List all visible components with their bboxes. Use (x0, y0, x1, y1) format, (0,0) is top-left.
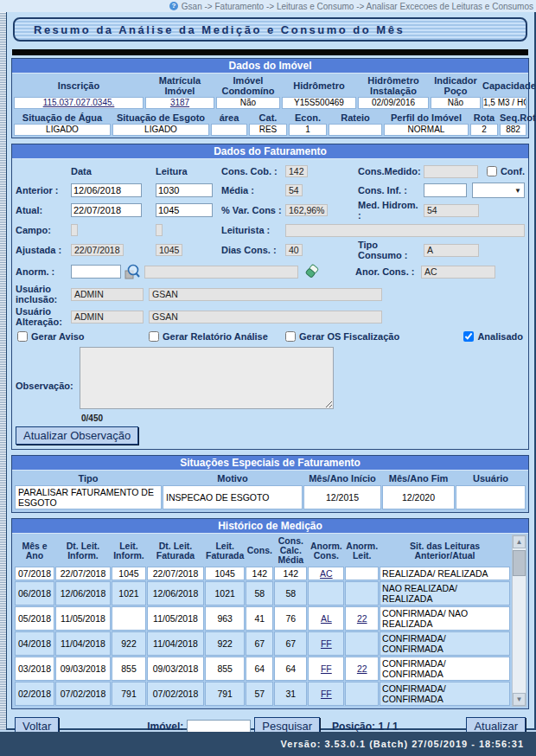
table-row: 03/201809/03/201885509/03/20188556464FF2… (15, 657, 510, 681)
version-text: Versão: 3.53.0.1 (Batch) 27/05/2019 - 18… (281, 739, 524, 749)
med-hidrom-label: Med. Hidrom. : (358, 200, 424, 221)
atual-leitura-input[interactable] (156, 203, 213, 217)
anorm-cons-link[interactable]: FF (321, 638, 332, 649)
anterior-leitura-input[interactable] (156, 183, 213, 197)
faturamento-header-row: Data Leitura Cons. Cob. : 142 Cons.Medid… (12, 162, 528, 181)
anorm-leit-link[interactable]: 22 (357, 613, 367, 624)
anorm-cons-link[interactable]: FF (321, 689, 332, 699)
inicio-value: 12/2015 (303, 485, 381, 509)
breadcrumb: ? Gsan -> Faturamento -> Leituras e Cons… (0, 0, 536, 12)
char-counter: 0/450 (81, 413, 334, 423)
col-motivo: Motivo (163, 472, 303, 484)
analisado-checkbox[interactable] (463, 331, 474, 342)
rateio-value (329, 124, 382, 136)
col-capacidade: Capacidade (482, 80, 536, 91)
page-frame: Resumo da Análise da Medição e Consumo d… (0, 12, 536, 730)
left-stripe-decoration (0, 12, 7, 730)
table-row: 02/201807/02/201879107/02/20187915731FFC… (15, 682, 510, 706)
col-leit-faturada: Leit. Faturada (205, 535, 245, 566)
col-matricula: Matrícula Imóvel (145, 75, 214, 96)
var-cons-value: 162,96% (285, 204, 328, 216)
inscricao-link[interactable]: 115.037.027.0345. (43, 98, 115, 107)
section-historico-title: Histórico de Medição (12, 519, 528, 534)
historico-table-wrap: Mês e Ano Dt. Leit. Inform. Leit. Inform… (12, 534, 528, 708)
gerar-aviso-checkbox[interactable] (17, 331, 28, 342)
anorm-input[interactable] (71, 265, 121, 279)
situacoes-header-row: Tipo Motivo Mês/Ano Início Mês/Ano Fim U… (15, 472, 526, 484)
cons-inf-label: Cons. Inf. : (358, 185, 424, 195)
fim-value: 12/2020 (382, 485, 455, 509)
hidrometro-instalacao-value: 02/09/2016 (358, 97, 429, 109)
dias-cons-label: Dias Cons. : (221, 245, 285, 255)
scroll-up-icon[interactable]: ▲ (513, 535, 526, 548)
gerar-os-fiscalizacao-checkbox[interactable] (285, 331, 296, 342)
anorm-cons-link[interactable]: AL (321, 613, 332, 624)
anorm-leit-link[interactable]: 22 (357, 663, 367, 674)
usuario-inclusao-user: ADMIN (71, 288, 144, 301)
page-title: Resumo da Análise da Medição e Consumo d… (13, 17, 527, 42)
col-cons: Cons. (246, 535, 273, 566)
dias-cons-value: 40 (285, 244, 303, 256)
atualizar-observacao-button[interactable]: Atualizar Observação (16, 426, 138, 445)
anorm-cons-link[interactable]: AC (320, 568, 333, 579)
matricula-link[interactable]: 3187 (170, 98, 189, 107)
col-mes-ano-inicio: Mês/Ano Início (303, 472, 381, 484)
gerar-relatorio-analise-label: Gerar Relatório Análise (163, 331, 268, 342)
imovel-value-row-1: 115.037.027.0345. 3187 Não Y15S500469 02… (12, 97, 528, 111)
col-situacao-esgoto: Situação de Esgoto (112, 112, 209, 123)
checkbox-row: Gerar Aviso Gerar Relatório Análise Gera… (12, 328, 528, 343)
anorm-cons-link[interactable]: FF (321, 663, 332, 674)
col-rateio: Rateio (329, 112, 382, 123)
cons-inf-input[interactable] (424, 183, 467, 197)
observacao-label: Observação: (16, 381, 80, 391)
situacao-agua-value: LIGADO (14, 124, 111, 136)
campo-leitura-value (156, 224, 163, 236)
scrollbar[interactable]: ▲ ▼ (512, 535, 526, 707)
anterior-row: Anterior : Média : 54 Cons. Inf. : ▼ (12, 181, 528, 200)
col-hidrometro: Hidrômetro (282, 80, 356, 91)
cons-inf-select[interactable]: ▼ (472, 183, 525, 198)
section-situacoes-title: Situações Especiais de Faturamento (12, 456, 528, 471)
situacao-esgoto-value: LIGADO (112, 124, 209, 136)
indicador-poco-value: Não (431, 97, 481, 109)
gerar-relatorio-analise-checkbox[interactable] (149, 331, 159, 342)
table-row: PARALISAR FATURAMENTO DE ESGOTO INSPECAO… (15, 485, 526, 509)
atual-date-input[interactable] (71, 203, 142, 217)
col-usuario: Usuário (456, 472, 526, 484)
ajustada-leitura-value: 1045 (156, 244, 182, 256)
capacidade-value: 1,5 M3 / HORA (482, 97, 526, 109)
ajustada-label: Ajustada : (16, 245, 71, 255)
section-dados-faturamento-title: Dados do Faturamento (12, 144, 528, 159)
hidrometro-value: Y15S500469 (282, 97, 356, 109)
anorm-descricao-value (144, 266, 298, 279)
imovel-value-row-2: LIGADO LIGADO RES 1 NORMAL 2 882 (12, 124, 528, 138)
col-area: área (211, 112, 247, 123)
help-icon[interactable]: ? (169, 2, 178, 10)
posicao-indicator: Posição: 1 / 1 (332, 721, 399, 733)
chevron-down-icon: ▼ (514, 187, 521, 195)
ajustada-row: Ajustada : 22/07/2018 1045 Dias Cons. : … (12, 240, 528, 260)
col-leitura-label: Leitura (156, 166, 221, 176)
historico-table: Mês e Ano Dt. Leit. Inform. Leit. Inform… (14, 535, 511, 707)
leiturista-value (285, 224, 525, 237)
col-econ: Econ. (289, 112, 327, 123)
imovel-condominio-value: Não (216, 97, 280, 109)
usuario-inclusao-row: Usuário inclusão: ADMIN GSAN (12, 283, 528, 305)
leiturista-label: Leiturista : (221, 225, 285, 235)
eraser-icon[interactable] (303, 263, 321, 280)
observacao-textarea[interactable] (80, 347, 334, 409)
scroll-thumb[interactable] (513, 550, 526, 576)
analisado-label: Analisado (477, 331, 523, 342)
search-icon[interactable] (124, 263, 141, 280)
tipo-value: PARALISAR FATURAMENTO DE ESGOTO (15, 485, 162, 509)
conf-checkbox[interactable] (487, 166, 497, 176)
media-value: 54 (285, 184, 303, 196)
anterior-date-input[interactable] (71, 183, 142, 197)
col-cat: Cat. (249, 112, 287, 123)
observacao-button-row: Atualizar Observação (12, 425, 528, 449)
campo-row: Campo: Leiturista : (12, 221, 528, 240)
anor-cons-value: AC (421, 266, 495, 279)
scroll-down-icon[interactable]: ▼ (513, 693, 526, 706)
col-perfil-imovel: Perfil do Imóvel (384, 112, 469, 123)
col-situacao-agua: Situação de Água (14, 112, 111, 123)
